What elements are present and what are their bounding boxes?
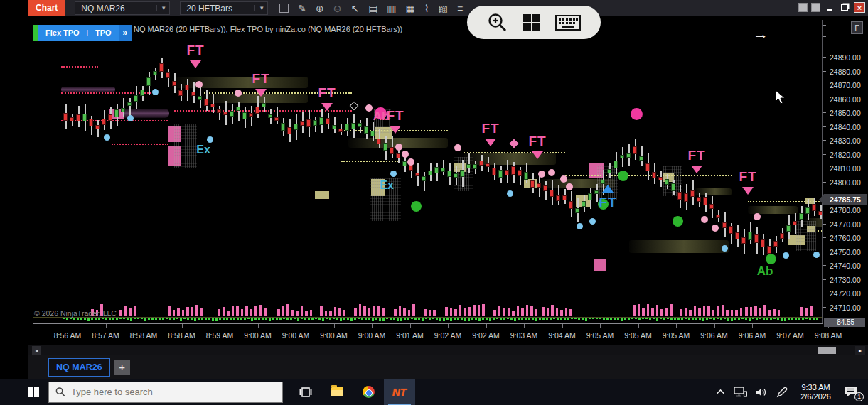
action-center-button[interactable]: 1 [844,385,861,399]
chrome-button[interactable] [353,379,384,405]
volume-icon[interactable] [756,387,768,397]
color-swatch-icon[interactable] [279,4,289,13]
data-box-icon[interactable]: ▤ [368,4,377,14]
scroll-left-button[interactable]: ◂ [32,346,41,355]
pen-icon[interactable] [776,387,788,398]
volume-bar [717,306,719,316]
flex-tpo-button[interactable]: Flex TPO i TPO » [33,25,132,40]
delta-bar [297,318,299,321]
start-button[interactable] [21,379,45,405]
zoom-in-icon[interactable]: ⊕ [316,4,324,14]
keyboard-icon[interactable] [555,14,581,32]
restore-button[interactable] [839,2,850,13]
candle-body [530,180,535,188]
volume-bar [478,305,481,316]
candle-body [716,215,720,218]
delta-bar [535,318,537,321]
candle-body [95,125,100,129]
delta-bar [557,318,559,320]
magnifier-plus-icon[interactable] [487,12,508,33]
candle-body [588,193,592,200]
volume-bar [685,308,687,316]
workspace-button-1[interactable] [798,3,808,12]
delta-bar [471,318,473,320]
tab-nq-mar26[interactable]: NQ MAR26 [48,358,110,377]
ninjatrader-button[interactable]: NT [384,379,415,405]
delta-bar [592,318,594,319]
tray-chevron-up-icon[interactable] [716,389,725,395]
time-tick [220,324,220,328]
delta-bar [272,318,274,320]
chart-plot-area[interactable]: Flex TPO i TPO » NQ MAR26 (20 HFTBars)),… [28,18,822,324]
volume-bar [282,306,285,316]
scroll-right-button[interactable]: ▸ [855,346,865,355]
volume-bar [296,310,299,316]
bar-type-icon[interactable]: ▦ [406,4,415,14]
delta-bar [244,318,246,320]
file-explorer-button[interactable] [321,379,353,405]
chart-menu-button[interactable]: Chart [28,0,65,16]
delta-bar [781,318,783,321]
price-axis[interactable]: 24785.75 -84.55 24890.0024880.0024870.00… [823,18,868,324]
taskbar-search[interactable] [48,382,283,403]
volume-bar [698,308,701,316]
line-tool-icon[interactable]: ⌇ [424,4,429,14]
delta-bar [155,318,157,320]
price-tick [823,252,826,252]
signal-dot-blue [507,190,513,197]
scrollbar-thumb[interactable] [818,347,836,354]
minimize-button[interactable] [824,2,835,13]
search-input[interactable] [71,387,276,397]
delta-bar [358,318,360,319]
delta-bar [692,318,694,320]
candle-body [505,170,509,176]
add-tab-button[interactable]: + [114,360,130,375]
time-axis[interactable]: 8:56 AM8:57 AM8:58 AM8:58 AM8:59 AM9:00 … [28,324,823,345]
price-tick [823,126,826,127]
delta-bar [514,318,516,321]
delta-bar [546,318,548,320]
support-resistance-dotted-line [61,92,151,94]
time-label: 9:01 AM [396,331,424,340]
candle-body [767,246,771,254]
draw-pencil-icon[interactable]: ✎ [298,4,306,14]
ft-down-triangle [485,139,496,146]
volume-bar [754,306,757,316]
delta-bar [247,318,250,319]
chart-properties-icon[interactable]: ▧ [439,4,448,14]
price-tick [823,99,826,99]
signal-dot-blue [127,115,134,122]
delta-bar [805,318,808,319]
candle-body [146,77,151,86]
taskbar: NT 9:33 AM 2/6/2026 [0,379,868,405]
delta-bar [315,318,317,319]
taskbar-clock[interactable]: 9:33 AM 2/6/2026 [800,383,831,401]
flex-tpo-expand-icon[interactable]: » [119,25,132,40]
volume-bar [394,309,397,316]
tab-strip: NQ MAR26 + [28,355,868,379]
volume-bar [800,307,803,316]
instrument-selector[interactable]: NQ MAR26 ▼ [75,1,170,15]
volume-bar [403,308,406,316]
delta-bar [343,318,345,320]
candle-body [134,95,138,102]
time-label: 9:06 AM [739,331,766,340]
panel-icon[interactable]: ▥ [387,4,396,14]
tpo-letter-cluster [174,124,197,168]
go-to-latest-arrow[interactable]: → [753,27,768,41]
delta-bar [653,318,655,319]
indicator-list-icon[interactable]: ≡ [457,4,463,14]
zoom-out-icon[interactable]: ⊖ [333,4,342,14]
horizontal-scrollbar[interactable]: ◂ ▸ [28,345,868,355]
network-icon[interactable] [734,387,747,397]
price-tick [823,57,826,58]
window-grid-icon[interactable] [522,13,542,33]
pointer-icon[interactable]: ↖ [350,4,359,14]
f-key-button[interactable]: F [851,21,863,34]
delta-bar [98,318,100,320]
task-view-button[interactable] [290,379,321,405]
workspace-button-2[interactable] [811,3,820,12]
close-button[interactable]: × [854,2,865,13]
delta-bar [496,318,498,319]
interval-selector[interactable]: 20 HFTBars ▼ [180,1,268,15]
